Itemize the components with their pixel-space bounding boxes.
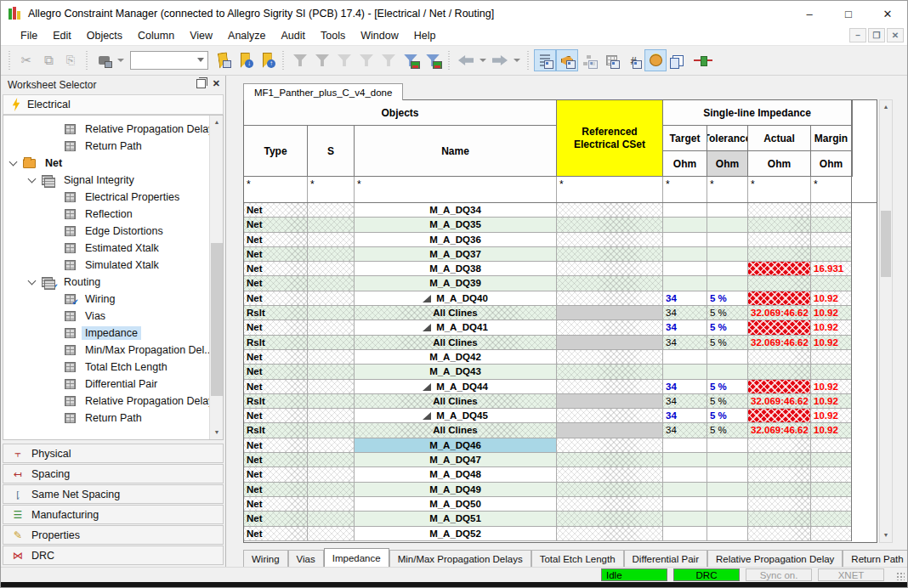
bottom-tab-vias[interactable]: Vias	[288, 550, 324, 567]
cell-target[interactable]	[663, 233, 707, 247]
scrollbar-thumb[interactable]	[881, 211, 891, 277]
filter-cell[interactable]: *	[244, 177, 308, 202]
expand-triangle-icon[interactable]	[423, 383, 431, 391]
cell-referenced-cset[interactable]	[557, 423, 663, 438]
cell-tolerance[interactable]	[707, 276, 748, 291]
cell-target[interactable]	[663, 262, 707, 276]
show-filtered-objects-button[interactable]	[422, 49, 444, 71]
tree-item-routing[interactable]: ✓Routing	[3, 274, 208, 291]
cell-target[interactable]	[663, 467, 707, 482]
menu-view[interactable]: View	[182, 28, 220, 43]
tree-item-return-path[interactable]: Return Path	[3, 410, 208, 427]
menu-audit[interactable]: Audit	[274, 28, 314, 43]
cell-tolerance[interactable]	[707, 365, 748, 379]
cut-button[interactable]: ✂	[15, 49, 37, 71]
expander-chevron-icon[interactable]	[9, 158, 18, 167]
cell-referenced-cset[interactable]	[557, 453, 663, 467]
tree-item-estimated-xtalk[interactable]: Estimated Xtalk	[3, 240, 208, 257]
notes-button[interactable]	[667, 49, 689, 71]
section-same-net-spacing[interactable]: ⦏Same Net Spacing	[3, 484, 224, 504]
cell-tolerance[interactable]	[707, 203, 748, 218]
filter-cell[interactable]: *	[748, 177, 811, 202]
worksheet-search-combobox[interactable]	[130, 51, 208, 70]
tree-item-signal-integrity[interactable]: Signal Integrity	[3, 172, 208, 189]
expander-chevron-icon[interactable]	[28, 175, 37, 184]
expand-triangle-icon[interactable]	[423, 324, 431, 331]
menu-column[interactable]: Column	[130, 28, 182, 43]
table-scrollbar[interactable]: ▲ ▼	[879, 99, 893, 543]
cell-name[interactable]: M_A_DQ41	[355, 320, 557, 335]
filter-cell[interactable]: *	[707, 177, 748, 202]
menu-tools[interactable]: Tools	[313, 28, 353, 43]
filter-cell[interactable]: *	[308, 177, 355, 202]
header-target[interactable]: Target	[663, 126, 707, 151]
tree-item-edge-distortions[interactable]: Edge Distortions	[3, 223, 208, 240]
cell-tolerance[interactable]	[707, 467, 748, 482]
filter-cell[interactable]: *	[557, 177, 663, 202]
header-objects[interactable]: Objects	[244, 100, 557, 126]
tree-item-wiring[interactable]: ✓Wiring	[3, 291, 208, 308]
paste-button[interactable]: ⎘	[60, 49, 82, 71]
cell-referenced-cset[interactable]	[557, 512, 663, 526]
tree-item-electrical-properties[interactable]: Electrical Properties	[3, 189, 208, 206]
cell-tolerance[interactable]	[707, 233, 748, 247]
tree-item-impedance[interactable]: Impedance	[3, 325, 208, 342]
close-panel-icon[interactable]: ✕	[213, 79, 220, 88]
navigate-back-button[interactable]	[455, 49, 477, 71]
tree-item-net[interactable]: Net	[3, 155, 208, 172]
tree-scrollbar[interactable]: ▲ ▼	[209, 116, 223, 439]
header-referenced-electrical-cset[interactable]: Referenced Electrical CSet	[557, 100, 663, 177]
cell-name[interactable]: M_A_DQ52	[355, 527, 557, 541]
domain-header-electrical[interactable]: Electrical	[3, 94, 224, 115]
net-topology-button[interactable]	[689, 49, 718, 71]
resize-grip[interactable]	[896, 572, 905, 580]
find-dropdown-caret[interactable]	[117, 59, 124, 62]
cell-referenced-cset[interactable]	[557, 483, 663, 497]
header-margin[interactable]: Margin	[811, 126, 852, 151]
bottom-tab-differential-pair[interactable]: Differential Pair	[624, 550, 707, 567]
cell-target[interactable]: 34	[663, 291, 707, 306]
cell-name[interactable]: M_A_DQ35	[355, 218, 557, 232]
cell-tolerance[interactable]: 5 %	[707, 380, 748, 394]
cell-referenced-cset[interactable]	[557, 380, 663, 394]
filter-settings-button[interactable]	[377, 49, 400, 71]
menu-help[interactable]: Help	[406, 28, 444, 43]
filter-refresh-button[interactable]	[289, 49, 311, 71]
cell-tolerance[interactable]	[707, 350, 748, 365]
section-physical[interactable]: ⫟Physical	[3, 444, 224, 463]
back-history-caret[interactable]	[480, 59, 486, 62]
cell-referenced-cset[interactable]	[557, 409, 663, 423]
toggle-cset-references-button[interactable]	[556, 49, 578, 71]
bottom-tab-total-etch-length[interactable]: Total Etch Length	[531, 550, 624, 567]
cell-referenced-cset[interactable]	[557, 247, 663, 262]
expander-chevron-icon[interactable]	[28, 277, 37, 286]
tree-item-simulated-xtalk[interactable]: Simulated Xtalk	[3, 257, 208, 274]
header-type[interactable]: Type	[244, 126, 308, 177]
maximize-button[interactable]: □	[829, 1, 868, 26]
section-manufacturing[interactable]: ☰Manufacturing	[3, 505, 224, 524]
scroll-down-icon[interactable]: ▼	[880, 529, 892, 542]
filter-cell[interactable]: *	[663, 177, 707, 202]
header-tolerance[interactable]: Tolerance	[707, 126, 748, 151]
cell-tolerance[interactable]	[707, 497, 748, 512]
cell-name[interactable]: All Clines	[355, 423, 557, 438]
bottom-tab-wiring[interactable]: Wiring	[243, 550, 288, 567]
cell-name[interactable]: M_A_DQ47	[355, 453, 557, 467]
previous-bookmark-button[interactable]: ↑	[256, 49, 278, 71]
cell-tolerance[interactable]	[707, 483, 748, 497]
cell-name[interactable]: M_A_DQ38	[355, 262, 557, 276]
cell-target[interactable]	[663, 218, 707, 232]
cell-target[interactable]: 34	[663, 320, 707, 335]
cell-target[interactable]: 34	[663, 409, 707, 423]
cell-name[interactable]: M_A_DQ46	[355, 438, 557, 453]
cell-name[interactable]: M_A_DQ43	[355, 365, 557, 379]
menu-file[interactable]: File	[13, 28, 45, 43]
cell-referenced-cset[interactable]	[557, 276, 663, 291]
cell-tolerance[interactable]: 5 %	[707, 291, 748, 306]
menu-objects[interactable]: Objects	[79, 28, 130, 43]
cell-target[interactable]	[663, 203, 707, 218]
cell-name[interactable]: M_A_DQ49	[355, 483, 557, 497]
show-hierarchy-button[interactable]	[578, 49, 600, 71]
filter-cell[interactable]: *	[355, 177, 557, 202]
cell-tolerance[interactable]	[707, 218, 748, 232]
